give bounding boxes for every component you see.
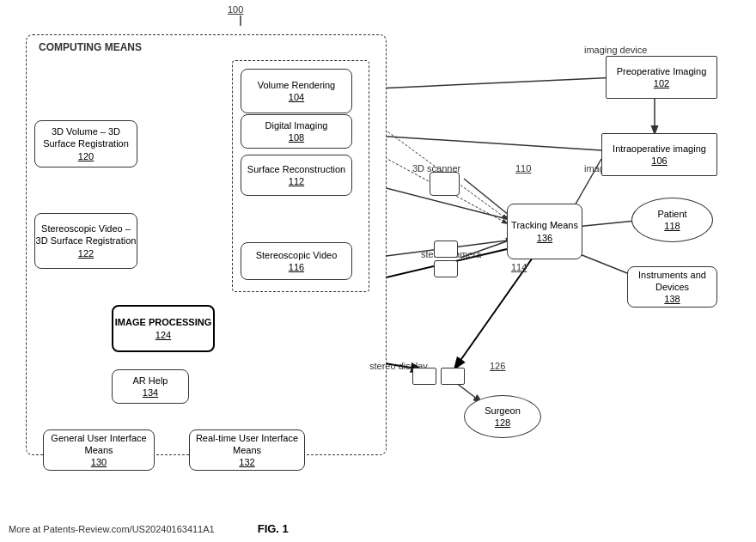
intraoperative-imaging-box: Intraoperative imaging 106 xyxy=(601,133,717,176)
surgeon-box: Surgeon 128 xyxy=(464,395,541,438)
surface-reconstruction-box: Surface Reconstruction 112 xyxy=(241,155,352,196)
fig-label: FIG. 1 xyxy=(258,522,289,535)
computing-means-label: COMPUTING MEANS xyxy=(39,41,142,53)
stereo-camera-icon-1 xyxy=(434,241,458,258)
tracking-means-box: Tracking Means 136 xyxy=(507,204,582,259)
footer: More at Patents-Review.com/US20240163411… xyxy=(9,522,289,535)
stereo-camera-icon-2 xyxy=(434,260,458,277)
footer-url: More at Patents-Review.com/US20240163411… xyxy=(9,524,215,534)
instruments-box: Instruments and Devices 138 xyxy=(627,266,717,308)
general-ui-box: General User Interface Means 130 xyxy=(43,429,155,471)
vol-3d-surface-reg-box: 3D Volume – 3D Surface Registration 120 xyxy=(34,120,137,167)
realtime-ui-box: Real-time User Interface Means 132 xyxy=(189,429,305,471)
diagram: 100 COMPUTING MEANS imaging device Preop… xyxy=(0,0,756,515)
stereo-display-icon-2 xyxy=(441,368,465,385)
svg-line-20 xyxy=(455,258,533,368)
scanner-icon xyxy=(430,172,460,196)
digital-imaging-box: Digital Imaging 108 xyxy=(241,114,352,149)
stereo-camera-ref: 114 xyxy=(511,262,527,272)
ar-help-box: AR Help 134 xyxy=(112,369,189,404)
ref-100: 100 xyxy=(228,4,243,15)
volume-rendering-box: Volume Rendering 104 xyxy=(241,69,352,113)
imaging-device-top-label: imaging device xyxy=(584,45,647,55)
stereoscopic-video-box: Stereoscopic Video 116 xyxy=(241,242,352,280)
image-processing-box: IMAGE PROCESSING 124 xyxy=(112,305,215,352)
svg-line-21 xyxy=(455,382,481,402)
scanner-ref: 110 xyxy=(515,163,531,174)
stereo-display-ref: 126 xyxy=(490,361,505,371)
stereo-3d-surface-reg-box: Stereoscopic Video – 3D Surface Registra… xyxy=(34,213,137,269)
preoperative-imaging-box: Preoperative Imaging 102 xyxy=(606,56,717,99)
patient-box: Patient 118 xyxy=(631,198,713,242)
stereo-display-icon-1 xyxy=(412,368,436,385)
